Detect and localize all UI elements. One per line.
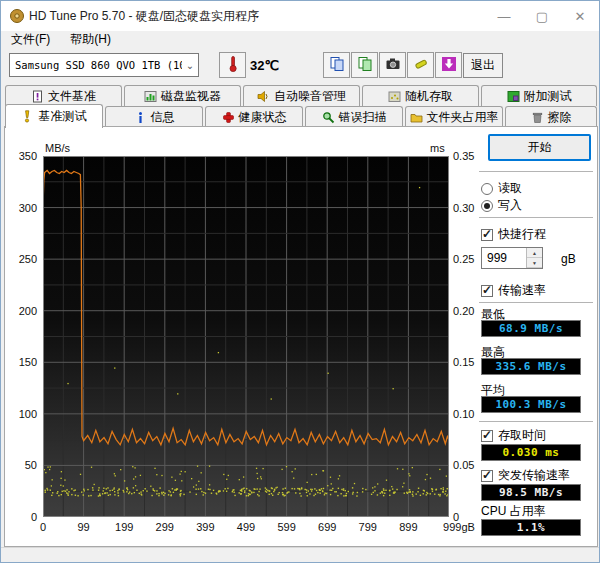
separator xyxy=(479,302,593,303)
tab-folder-usage[interactable]: 文件夹占用率 xyxy=(405,106,503,128)
tab-label: 错误扫描 xyxy=(339,109,387,126)
temperature-value: 32℃ xyxy=(250,58,279,73)
tab-error-scan[interactable]: 错误扫描 xyxy=(305,106,403,128)
read-radio[interactable]: 读取 xyxy=(481,180,522,197)
drive-select-value: Samsung SSD 860 QVO 1TB (1000 gB) xyxy=(10,59,182,71)
cpu-label: CPU 占用率 xyxy=(481,503,546,520)
burst-rate-checkbox[interactable]: 突发传输速率 xyxy=(481,467,570,484)
title-bar: HD Tune Pro 5.70 - 硬盘/固态硬盘实用程序 — ▢ ✕ xyxy=(1,1,599,31)
short-stroke-unit-label: gB xyxy=(561,252,576,266)
copy-button[interactable] xyxy=(323,52,350,78)
min-value-display: 68.9 MB/s xyxy=(481,320,581,337)
start-button[interactable]: 开始 xyxy=(488,134,591,161)
drive-select-dropdown[interactable]: Samsung SSD 860 QVO 1TB (1000 gB) ⌄ xyxy=(9,53,199,77)
tab-disk-monitor[interactable]: 磁盘监视器 xyxy=(124,85,241,106)
tab-label: 健康状态 xyxy=(239,109,287,126)
download-icon xyxy=(441,56,457,75)
error-scan-icon xyxy=(322,111,335,124)
chevron-down-icon: ⌄ xyxy=(182,60,198,71)
short-stroke-value: 999 xyxy=(482,248,526,268)
app-logo-icon xyxy=(9,8,25,27)
tab-label: 擦除 xyxy=(548,109,572,126)
y-right-unit-label: ms xyxy=(430,142,445,154)
access-time-checkbox[interactable]: 存取时间 xyxy=(481,427,546,444)
write-radio[interactable]: 写入 xyxy=(481,197,522,214)
folder-usage-icon xyxy=(410,111,423,124)
tab-benchmark[interactable]: 基准测试 xyxy=(5,104,103,128)
maximize-button[interactable]: ▢ xyxy=(523,1,561,31)
hd-tune-window: HD Tune Pro 5.70 - 硬盘/固态硬盘实用程序 — ▢ ✕ 文件(… xyxy=(0,0,600,563)
temperature-button[interactable] xyxy=(219,52,246,78)
burst-rate-display: 98.5 MB/s xyxy=(481,484,581,501)
disk-monitor-icon xyxy=(144,90,157,103)
short-stroke-checkbox[interactable]: 快捷行程 xyxy=(481,226,546,243)
file-benchmark-icon xyxy=(31,90,44,103)
short-stroke-spinner[interactable]: 999 ▲ ▼ xyxy=(481,247,543,269)
access-time-label: 存取时间 xyxy=(498,427,546,444)
separator xyxy=(479,421,593,422)
read-radio-label: 读取 xyxy=(498,180,522,197)
tab-label: 基准测试 xyxy=(39,108,87,125)
thermometer-icon xyxy=(225,55,241,76)
copy-image-button[interactable] xyxy=(351,52,378,78)
tab-erase[interactable]: 擦除 xyxy=(505,106,597,128)
exit-button[interactable]: 退出 xyxy=(463,53,503,78)
burst-rate-label: 突发传输速率 xyxy=(498,467,570,484)
health-icon xyxy=(222,111,235,124)
menu-bar: 文件(F) 帮助(H) xyxy=(1,31,599,48)
tab-noise-management[interactable]: 自动噪音管理 xyxy=(243,85,360,106)
transfer-rate-checkbox[interactable]: 传输速率 xyxy=(481,282,546,299)
y-left-unit-label: MB/s xyxy=(45,142,70,154)
checkbox-check-icon xyxy=(481,229,493,241)
minimize-button[interactable]: — xyxy=(485,1,523,31)
close-button[interactable]: ✕ xyxy=(561,1,599,31)
save-results-button[interactable] xyxy=(407,52,434,78)
access-time-display: 0.030 ms xyxy=(481,444,581,461)
status-bar xyxy=(1,547,599,563)
short-stroke-label: 快捷行程 xyxy=(498,226,546,243)
info-icon xyxy=(134,111,147,124)
download-button[interactable] xyxy=(435,52,462,78)
radio-circle-icon xyxy=(481,200,493,212)
copy-image-icon xyxy=(357,56,373,75)
tab-label: 信息 xyxy=(151,109,175,126)
copy-icon xyxy=(329,56,345,75)
save-results-icon xyxy=(413,56,429,75)
extra-tests-icon xyxy=(507,90,520,103)
benchmark-icon xyxy=(22,110,35,123)
tab-label: 附加测试 xyxy=(524,88,572,105)
tab-label: 文件基准 xyxy=(48,88,96,105)
checkbox-check-icon xyxy=(481,430,493,442)
write-radio-label: 写入 xyxy=(498,197,522,214)
spinner-down-icon[interactable]: ▼ xyxy=(527,258,542,268)
menu-file[interactable]: 文件(F) xyxy=(1,31,60,48)
erase-icon xyxy=(531,111,544,124)
separator xyxy=(479,171,593,172)
camera-icon xyxy=(385,56,401,75)
transfer-rate-label: 传输速率 xyxy=(498,282,546,299)
max-value-display: 335.6 MB/s xyxy=(481,358,581,375)
tab-label: 文件夹占用率 xyxy=(427,109,499,126)
spinner-up-icon[interactable]: ▲ xyxy=(527,248,542,258)
radio-circle-icon xyxy=(481,183,493,195)
tab-info[interactable]: 信息 xyxy=(105,106,203,128)
tab-extra-tests[interactable]: 附加测试 xyxy=(481,85,597,106)
tab-health[interactable]: 健康状态 xyxy=(205,106,303,128)
checkbox-check-icon xyxy=(481,285,493,297)
benchmark-chart xyxy=(43,156,449,517)
tab-label: 磁盘监视器 xyxy=(161,88,221,105)
avg-value-display: 100.3 MB/s xyxy=(481,396,581,413)
random-access-icon xyxy=(388,90,401,103)
checkbox-check-icon xyxy=(481,470,493,482)
tab-random-access[interactable]: 随机存取 xyxy=(362,85,479,106)
screenshot-button[interactable] xyxy=(379,52,406,78)
separator xyxy=(479,217,593,218)
noise-management-icon xyxy=(257,90,270,103)
tab-label: 自动噪音管理 xyxy=(274,88,346,105)
window-title: HD Tune Pro 5.70 - 硬盘/固态硬盘实用程序 xyxy=(29,8,259,25)
tab-file-benchmark[interactable]: 文件基准 xyxy=(5,85,122,106)
cpu-usage-display: 1.1% xyxy=(481,519,581,536)
tab-label: 随机存取 xyxy=(405,88,453,105)
menu-help[interactable]: 帮助(H) xyxy=(60,31,121,48)
